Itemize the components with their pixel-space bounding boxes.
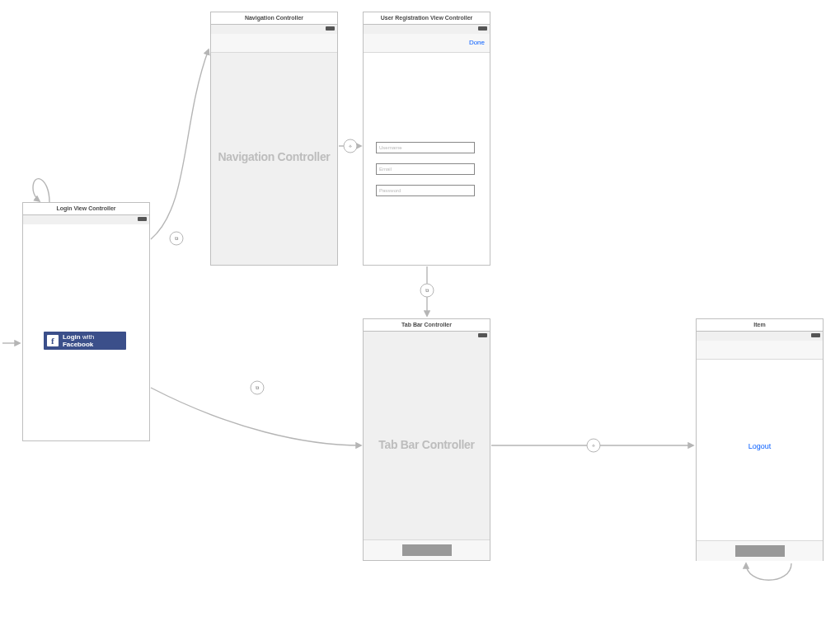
scene-title: Navigation Controller bbox=[211, 12, 337, 25]
done-button[interactable]: Done bbox=[469, 34, 485, 52]
status-bar bbox=[364, 25, 490, 34]
scene-login[interactable]: Login View Controller f Login with Faceb… bbox=[22, 202, 150, 441]
container-placeholder-label: Tab Bar Controller bbox=[364, 438, 490, 451]
battery-icon bbox=[326, 26, 335, 31]
tab-bar bbox=[697, 540, 823, 561]
tab-bar-item[interactable] bbox=[735, 545, 785, 557]
status-bar bbox=[23, 215, 149, 224]
tab-bar bbox=[364, 539, 490, 560]
segue-badge-glyph: ⧉ bbox=[256, 385, 260, 390]
facebook-icon: f bbox=[47, 335, 59, 346]
scene-title: Login View Controller bbox=[23, 203, 149, 215]
svg-point-0 bbox=[170, 232, 183, 245]
logout-button[interactable]: Logout bbox=[697, 442, 823, 450]
battery-icon bbox=[138, 217, 147, 221]
relationship-badge-glyph: ⟡ bbox=[349, 144, 352, 148]
scene-user-registration[interactable]: User Registration View Controller Done U… bbox=[363, 12, 490, 266]
tab-bar-item[interactable] bbox=[402, 544, 452, 556]
segue-login-to-nav bbox=[151, 49, 209, 239]
facebook-login-label: Login with Facebook bbox=[63, 333, 126, 348]
svg-point-1 bbox=[251, 381, 264, 394]
status-bar bbox=[364, 332, 490, 341]
segue-badge-glyph: ⧉ bbox=[425, 288, 429, 293]
segue-badge-glyph: ⧉ bbox=[175, 236, 179, 241]
battery-icon bbox=[478, 26, 487, 31]
login-self-loop bbox=[33, 179, 49, 202]
segue-login-to-tabbar bbox=[151, 388, 361, 445]
svg-point-4 bbox=[587, 439, 600, 452]
email-field[interactable]: Email bbox=[376, 163, 475, 175]
scene-title: User Registration View Controller bbox=[364, 12, 490, 25]
scene-title: Item bbox=[697, 319, 823, 332]
battery-icon bbox=[811, 333, 820, 337]
facebook-login-button[interactable]: f Login with Facebook bbox=[44, 332, 126, 350]
username-field[interactable]: Username bbox=[376, 142, 475, 153]
svg-point-3 bbox=[420, 284, 434, 297]
scene-tab-bar-controller[interactable]: Tab Bar Controller Tab Bar Controller bbox=[363, 318, 490, 561]
container-placeholder-label: Navigation Controller bbox=[211, 150, 337, 163]
scene-navigation-controller[interactable]: Navigation Controller Navigation Control… bbox=[210, 12, 338, 266]
navigation-bar: Done bbox=[364, 34, 490, 53]
scene-title: Tab Bar Controller bbox=[364, 319, 490, 332]
password-field[interactable]: Password bbox=[376, 185, 475, 196]
status-bar bbox=[211, 25, 337, 34]
navigation-bar bbox=[211, 34, 337, 53]
relationship-badge-glyph: ⟡ bbox=[592, 443, 595, 448]
svg-point-2 bbox=[344, 139, 357, 153]
scene-item[interactable]: Item Logout bbox=[696, 318, 824, 561]
navigation-bar bbox=[697, 341, 823, 360]
status-bar bbox=[697, 332, 823, 341]
battery-icon bbox=[478, 333, 487, 337]
item-self-loop bbox=[746, 563, 791, 580]
